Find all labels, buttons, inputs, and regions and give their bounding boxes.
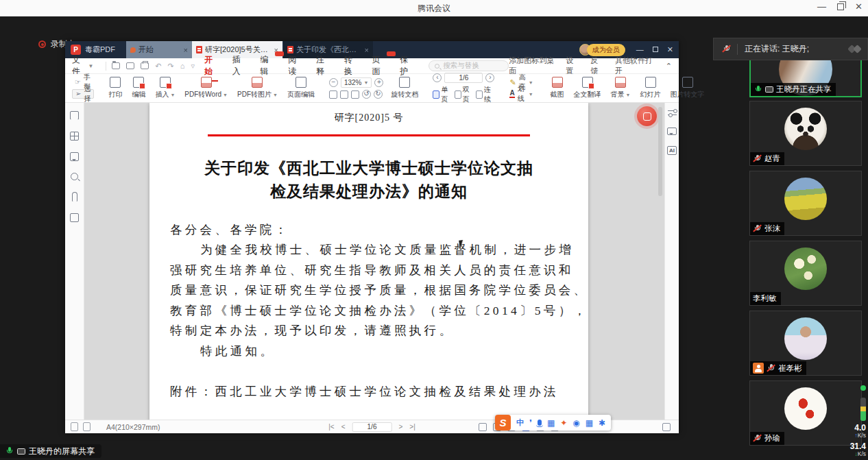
edit-button[interactable]: 编辑 [127, 77, 150, 99]
video-tile[interactable]: 崔孝彬 [749, 311, 862, 376]
statusbar-page-field[interactable]: 1/6 [352, 422, 392, 432]
last-page-icon[interactable]: >| [409, 423, 415, 431]
pdf-document-area: 研字[2020]5 号 关于印发《西北工业大学博士硕士学位论文抽 检及结果处理办… [65, 103, 679, 420]
quick-convert-float-button[interactable] [637, 106, 657, 126]
fit-width-icon[interactable] [340, 90, 348, 99]
menu-tab-read[interactable]: 阅读 [288, 54, 302, 77]
thumbnails-icon[interactable] [70, 132, 79, 141]
video-tile[interactable]: 李利敏 [749, 241, 862, 306]
actual-size-icon[interactable] [351, 90, 359, 99]
comments-icon[interactable] [70, 152, 79, 161]
mic-muted-icon [753, 434, 762, 443]
minimize-icon[interactable]: — [817, 1, 826, 12]
video-tile[interactable]: 孙瑜 [749, 380, 862, 446]
undo-icon[interactable]: ↶ [155, 62, 161, 70]
single-page-toggle[interactable]: 单页 [433, 85, 451, 104]
slideshow-button[interactable]: 幻灯片 [636, 77, 666, 99]
screen-share-badge[interactable]: 王晓丹的屏幕共享 [0, 444, 101, 458]
pdf-minimize-icon[interactable]: — [636, 45, 644, 54]
restore-icon[interactable] [837, 3, 844, 10]
search-input[interactable]: 搜索与替换 [429, 60, 509, 71]
search-panel-icon[interactable] [71, 173, 78, 180]
screenshot-button[interactable]: 截图 [546, 77, 569, 99]
zoom-in-icon[interactable]: + [374, 78, 383, 87]
page-size-icon[interactable] [71, 422, 78, 431]
rotate-right-icon[interactable]: ↻ [374, 90, 383, 99]
page-number-field[interactable]: 1/6 [444, 73, 483, 83]
open-with-other-button[interactable]: 其他软件打开 [615, 56, 654, 76]
bookmark-icon[interactable] [70, 111, 79, 120]
next-page-icon[interactable]: > [399, 423, 403, 431]
pdf-close-icon[interactable]: ✕ [667, 45, 673, 54]
vertical-scrollbar[interactable] [658, 107, 662, 196]
video-tile[interactable]: 赵青 [749, 101, 862, 166]
close-icon[interactable]: ✕ [855, 1, 863, 12]
rotate-left-icon[interactable]: ↺ [362, 90, 371, 99]
menu-tab-start[interactable]: 开始 [204, 54, 218, 77]
feedback-chat-icon[interactable] [667, 128, 677, 135]
insert-button[interactable]: 插入▼ [150, 77, 180, 99]
settings-button[interactable]: 设置 [566, 56, 579, 76]
home-icon[interactable]: ⌂ [180, 62, 185, 70]
print-button[interactable]: 打印 [104, 77, 127, 99]
open-file-icon[interactable] [112, 62, 120, 69]
menu-tab-insert[interactable]: 插入 [232, 54, 246, 77]
next-page-icon[interactable]: › [485, 73, 494, 82]
redo-icon[interactable]: ↷ [168, 62, 174, 70]
attachment-icon[interactable] [72, 192, 77, 202]
image-to-text-button[interactable]: 图片转文字 [666, 77, 710, 99]
continuous-toggle[interactable]: 连续 [476, 85, 494, 104]
print-icon[interactable] [141, 62, 149, 69]
select-tool-button[interactable]: ➢ 选择 [72, 89, 94, 99]
recent-pages-icon[interactable] [70, 213, 79, 222]
zoom-out-icon[interactable]: − [329, 78, 338, 87]
toolbox-grid-icon[interactable]: ▦ [586, 419, 593, 427]
add-desktop-icon-button[interactable]: 添加图标到桌面 [509, 56, 554, 76]
voice-input-icon[interactable] [538, 420, 542, 426]
skin-icon[interactable]: ◉ [572, 419, 579, 427]
prev-page-icon[interactable]: < [341, 423, 346, 431]
rotate-document-button[interactable]: 旋转文档 [386, 77, 423, 99]
collapse-ribbon-icon[interactable]: ⌃ [666, 62, 672, 71]
input-mode-chinese-icon[interactable]: 中 [516, 419, 524, 426]
tab-close-icon[interactable]: × [365, 46, 369, 54]
tab-close-icon[interactable]: × [184, 46, 188, 54]
first-page-icon[interactable]: |< [328, 423, 334, 431]
handwriting-icon[interactable]: ✦ [560, 419, 567, 427]
menu-tab-edit[interactable]: 编辑 [261, 54, 274, 77]
hand-tool-button[interactable]: ☞ 手型 [72, 77, 94, 87]
ai-panel-icon[interactable]: AI [667, 146, 677, 155]
fullscreen-icon[interactable] [662, 423, 671, 431]
save-icon[interactable] [126, 62, 134, 69]
double-page-toggle[interactable]: 双页 [455, 85, 473, 104]
background-button[interactable]: 背景▼ [606, 77, 636, 99]
zoom-level-field[interactable]: 132%▼ [341, 77, 372, 88]
pdf-maximize-icon[interactable] [653, 47, 658, 52]
pdf-to-word-button[interactable]: PDF转Word▼ [180, 77, 232, 99]
hand-icon: ☞ [75, 79, 81, 86]
video-tile[interactable]: 张沫 [749, 171, 862, 236]
punctuation-icon[interactable]: ❜ [529, 419, 532, 427]
sogou-logo-icon[interactable]: S [495, 415, 511, 431]
pdf-page[interactable]: 研字[2020]5 号 关于印发《西北工业大学博士硕士学位论文抽 检及结果处理办… [149, 103, 588, 420]
menu-tab-protect[interactable]: 保护 [400, 54, 413, 77]
prev-page-icon[interactable]: ‹ [433, 73, 442, 82]
become-member-button[interactable]: 成为会员 [587, 44, 625, 56]
menu-tab-page[interactable]: 页面 [372, 54, 386, 77]
pdf-to-image-button[interactable]: PDF转图片▼ [232, 77, 282, 99]
fit-page-icon[interactable] [329, 90, 337, 99]
chevron-down-icon[interactable]: ▿ [191, 62, 195, 70]
input-settings-gear-icon[interactable]: ✱ [599, 419, 605, 427]
menu-tab-convert[interactable]: 转换 [344, 54, 358, 77]
view-mode-icon-1[interactable] [479, 423, 487, 431]
soft-keyboard-icon[interactable]: ▦ [547, 419, 555, 427]
page-edit-button[interactable]: 页面编辑 [282, 77, 320, 99]
menu-tab-annotate[interactable]: 注释 [316, 54, 330, 77]
page-size-icon-2[interactable] [83, 422, 91, 431]
tab-home[interactable]: 开始 × [126, 41, 192, 58]
underline-button[interactable]: A 划线▼ [507, 89, 535, 99]
translate-button[interactable]: 全文翻译 [569, 77, 606, 99]
feedback-button[interactable]: 反馈 [590, 56, 603, 76]
view-settings-icon[interactable] [668, 110, 677, 117]
layout-switch-icons[interactable] [849, 46, 867, 52]
